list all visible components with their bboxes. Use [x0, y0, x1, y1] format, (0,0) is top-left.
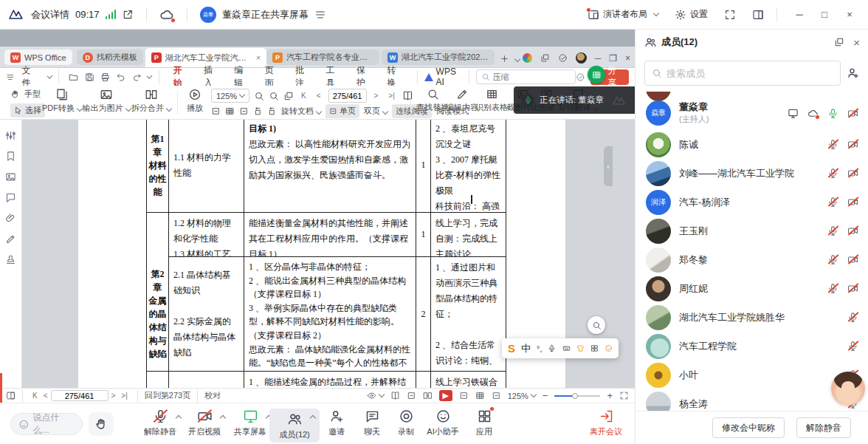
adjust-panel-icon[interactable] [5, 130, 16, 141]
self-avatar-floating[interactable] [831, 372, 865, 406]
member-row[interactable]: 王玉刚 [636, 216, 868, 245]
print-icon[interactable] [100, 72, 110, 83]
ime-toolbox-icon[interactable] [590, 344, 599, 353]
zoom-select[interactable]: 125% [211, 89, 249, 103]
back-to-page-button[interactable]: 回到第273页 [145, 390, 190, 401]
redo-icon[interactable] [132, 72, 142, 83]
fullscreen-icon[interactable] [724, 9, 736, 21]
panel-collapse-handle[interactable]: ‹ [604, 146, 613, 186]
wps-account-avatar[interactable] [576, 52, 587, 64]
maximize-button[interactable]: □ [815, 9, 834, 20]
ime-keyboard-icon[interactable] [562, 344, 571, 353]
view-eye-button[interactable] [367, 391, 384, 400]
raise-hand-button[interactable] [89, 412, 114, 436]
windows-stack-icon[interactable] [540, 53, 550, 63]
undo-icon[interactable] [116, 72, 125, 83]
rotate-right-icon[interactable] [267, 106, 277, 116]
sidebar-toggle-icon[interactable] [6, 391, 16, 400]
pdf-convert-button[interactable]: PDF转换 [41, 88, 83, 114]
annotate-pen-icon[interactable] [5, 233, 16, 245]
apps-button[interactable]: 应用 [459, 409, 509, 437]
wps-word-tab[interactable]: W湖北汽车工业学院2026版本科专业人 [382, 49, 495, 65]
export-share-icon[interactable] [122, 9, 134, 21]
fullscreen-toggle-icon[interactable] [619, 391, 629, 400]
cloud-record-icon[interactable] [159, 7, 174, 22]
ime-emoji-icon[interactable] [604, 344, 613, 353]
ime-lang-toggle[interactable]: 中 [521, 342, 531, 355]
zoom-plus-button[interactable]: + [607, 390, 613, 401]
member-row[interactable]: 汽车工程学院 [636, 332, 868, 361]
ime-skin-icon[interactable] [576, 344, 585, 353]
stamp-icon[interactable] [5, 254, 16, 265]
prev-page-button[interactable]: < [44, 392, 48, 400]
settings-button[interactable]: 设置 [675, 8, 708, 21]
minimize-button[interactable]: ─ [790, 9, 809, 20]
fit-page-icon[interactable] [283, 91, 294, 101]
help-icon[interactable] [558, 53, 568, 63]
unmute-button[interactable]: 解除静音 [135, 409, 185, 437]
close-tab-icon[interactable]: × [256, 53, 261, 62]
wps-docer-tab[interactable]: D找稻壳模板 [77, 49, 143, 65]
rename-button[interactable]: 修改会中昵称 [712, 417, 785, 438]
members-list[interactable]: 焱章 董焱章 (主持人) 陈诚 刘峰——湖北汽车工业学院 [636, 92, 868, 411]
panel-unmute-button[interactable]: 解除静音 [796, 417, 851, 438]
status-page-box[interactable] [51, 390, 108, 401]
member-row-host[interactable]: 焱章 董焱章 (主持人) [636, 96, 868, 130]
fit-height-icon[interactable] [492, 391, 501, 400]
crop-icon[interactable] [225, 106, 235, 116]
first-page-button[interactable]: K [301, 92, 306, 100]
wps-close-icon[interactable]: × [625, 53, 630, 64]
start-video-button[interactable]: 开启视频 [179, 409, 230, 437]
save-icon[interactable] [85, 72, 94, 83]
first-page-button[interactable]: K [32, 392, 38, 400]
add-member-icon[interactable] [847, 66, 860, 80]
wps-ppt-tab[interactable]: P汽车工程学院各专业课程体系汇总版 [266, 49, 379, 65]
rotate-left-icon[interactable] [253, 106, 263, 116]
ime-punct-toggle[interactable]: °, [537, 344, 542, 353]
member-row[interactable]: 郑冬黎 [636, 245, 868, 274]
single-page-toggle[interactable]: 单页 [326, 104, 359, 118]
zoom-minus-button[interactable]: − [542, 390, 548, 401]
member-row[interactable]: 湖北汽车工业学院姚胜华 [636, 303, 868, 332]
ime-voice-icon[interactable] [548, 344, 556, 353]
fit-page-icon[interactable] [475, 391, 485, 400]
thumbnail-icon[interactable] [5, 171, 16, 182]
member-row[interactable]: 刘峰——湖北汽车工业学院 [636, 159, 868, 188]
proofread-button[interactable]: 校对 [204, 390, 221, 401]
member-row[interactable]: 陈诚 [636, 130, 868, 159]
new-tab-icon[interactable] [500, 54, 509, 64]
quick-chat-input[interactable]: 说点什么... [10, 413, 83, 435]
wps-search-box[interactable] [476, 69, 576, 84]
member-search-input[interactable] [666, 68, 833, 79]
hand-tool[interactable]: 手型 [10, 89, 41, 100]
close-button[interactable]: × [840, 9, 859, 20]
continuous-view-icon[interactable] [390, 391, 400, 400]
table-extract-fab[interactable] [588, 66, 605, 83]
status-zoom-value[interactable]: 125% [508, 392, 536, 400]
member-row[interactable]: 润泽 汽车-杨润泽 [636, 188, 868, 216]
actual-size-icon[interactable] [211, 106, 221, 116]
close-panel-icon[interactable]: × [853, 36, 860, 49]
member-row[interactable]: 周红妮 [636, 274, 868, 303]
wps-restore-icon[interactable]: ❐ [609, 53, 617, 64]
sync-check-icon[interactable] [576, 72, 585, 83]
switch-share-icon[interactable] [314, 9, 326, 21]
zoom-out-icon[interactable] [254, 91, 264, 101]
magnifier-fab[interactable] [588, 316, 605, 334]
split-merge-button[interactable]: 拆分合并 [130, 88, 173, 114]
share-screen-button[interactable]: 共享屏幕 [225, 409, 275, 437]
prev-page-button[interactable]: < [317, 92, 321, 100]
read-book-icon[interactable] [402, 90, 413, 101]
tab-list-chevron[interactable] [514, 56, 520, 62]
zoom-slider[interactable] [554, 395, 600, 397]
attachment-icon[interactable] [5, 213, 16, 224]
last-page-button[interactable]: >| [121, 392, 127, 400]
page-number-box[interactable] [328, 89, 367, 103]
next-page-button[interactable]: > [111, 392, 116, 400]
leave-meeting-button[interactable]: 离开会议 [580, 409, 632, 437]
popout-panel-icon[interactable] [834, 37, 844, 47]
double-page-toggle[interactable]: 双页 [364, 106, 388, 117]
double-page-view-icon[interactable] [423, 391, 433, 400]
layout-switcher[interactable]: 演讲者布局 [588, 8, 658, 21]
open-folder-icon[interactable] [69, 72, 78, 83]
